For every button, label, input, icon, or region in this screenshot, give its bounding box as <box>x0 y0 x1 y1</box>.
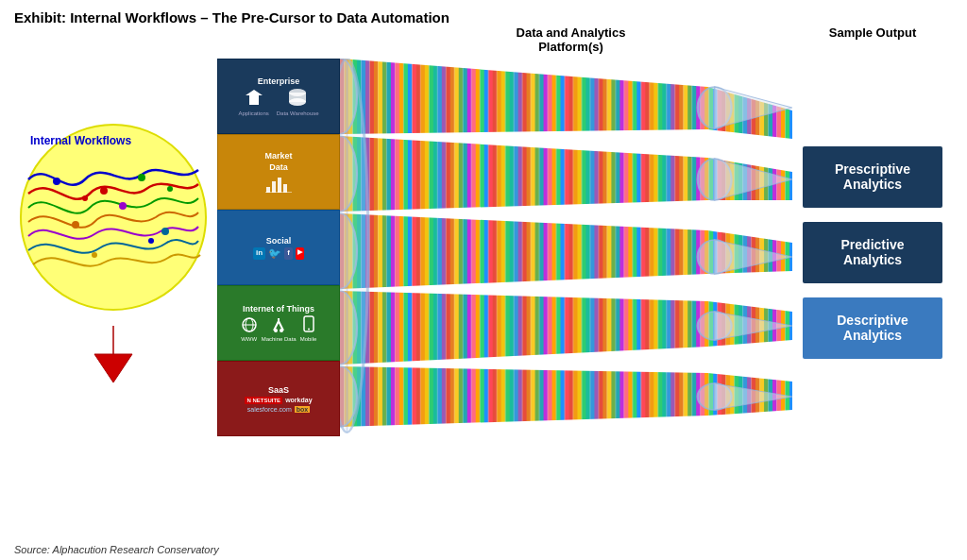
workday-badge: workday <box>285 397 312 404</box>
data-source-market: Market Data <box>217 134 340 210</box>
output-section: Sample Output PrescriptiveAnalytics Pred… <box>792 59 953 436</box>
svg-point-3 <box>138 174 145 181</box>
sample-output-label: Sample Output <box>792 25 953 40</box>
machine-icon <box>270 317 287 332</box>
svg-point-9 <box>82 195 88 201</box>
twitter-icon: 🐦 <box>268 247 281 260</box>
prescriptive-analytics-badge: PrescriptiveAnalytics <box>803 146 942 208</box>
data-source-saas: SaaS N NETSUITE workday salesforce.com b… <box>217 361 340 436</box>
svg-rect-15 <box>266 187 270 193</box>
data-source-iot: Internet of Things WWW <box>217 285 340 361</box>
left-section: Internal Workflows <box>14 49 212 446</box>
svg-point-4 <box>72 221 79 229</box>
main-container: Exhibit: Internal Workflows – The Pre-Cu… <box>0 0 967 560</box>
center-section: Data and Analytics Platform(s) Enterpris… <box>217 59 792 436</box>
netsuite-badge: N NETSUITE <box>245 397 282 404</box>
tubes-visualization <box>340 59 792 436</box>
content-layout: Internal Workflows Data and Analytics Pl… <box>14 35 953 460</box>
salesforce-badge: salesforce.com <box>247 406 292 413</box>
data-warehouse-icon <box>287 88 308 107</box>
data-source-social: Social in 🐦 f ▶ <box>217 210 340 285</box>
mobile-icon <box>302 315 315 332</box>
svg-point-7 <box>92 252 97 258</box>
applications-icon <box>244 88 264 107</box>
svg-point-8 <box>148 238 154 244</box>
svg-point-14 <box>289 98 306 106</box>
red-arrow-container <box>76 321 151 391</box>
data-sources-column: Enterprise Applications <box>217 59 340 436</box>
workflow-label: Internal Workflows <box>30 134 131 147</box>
workflow-circle-svg <box>19 123 208 312</box>
svg-point-1 <box>53 178 60 185</box>
platform-title: Data and Analytics Platform(s) <box>349 25 792 54</box>
predictive-analytics-badge: PredictiveAnalytics <box>803 222 942 283</box>
svg-point-25 <box>280 329 283 332</box>
www-icon <box>241 317 258 332</box>
tubes-svg <box>340 59 792 436</box>
box-badge: box <box>295 406 310 413</box>
page-title: Exhibit: Internal Workflows – The Pre-Cu… <box>14 9 953 25</box>
svg-rect-18 <box>283 184 287 193</box>
youtube-badge: ▶ <box>296 247 304 260</box>
svg-marker-11 <box>94 326 132 382</box>
linkedin-badge: in <box>253 247 265 260</box>
market-chart-icon <box>264 172 293 193</box>
svg-point-27 <box>308 329 310 331</box>
red-arrow-svg <box>76 321 151 387</box>
descriptive-analytics-badge: DescriptiveAnalytics <box>803 297 942 359</box>
svg-point-24 <box>274 329 278 332</box>
workflow-circle-container: Internal Workflows <box>19 123 208 312</box>
data-source-enterprise: Enterprise Applications <box>217 59 340 134</box>
source-citation: Source: Alphacution Research Conservator… <box>14 544 219 555</box>
svg-rect-17 <box>278 178 281 193</box>
facebook-badge: f <box>284 247 293 260</box>
svg-point-2 <box>100 187 108 195</box>
svg-point-5 <box>119 202 127 210</box>
svg-rect-16 <box>272 181 276 193</box>
svg-point-10 <box>167 186 173 192</box>
svg-point-6 <box>161 228 169 235</box>
